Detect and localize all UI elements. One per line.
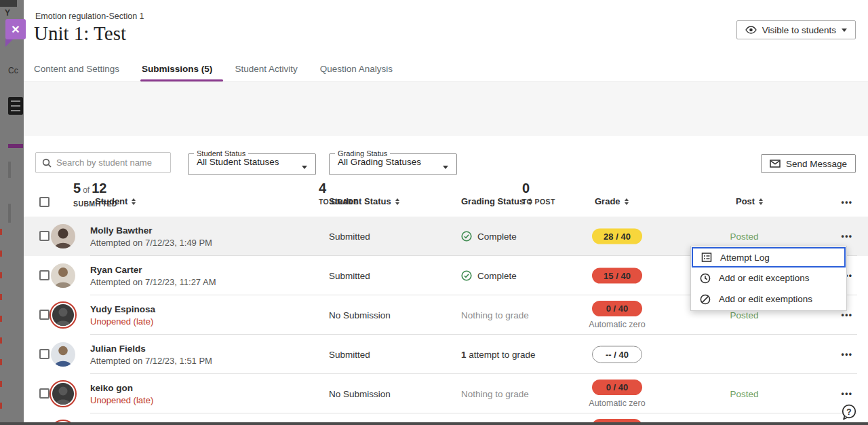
- dim-red-mark: [0, 272, 2, 278]
- grade-cell: 0 / 40 Automatic zero: [576, 380, 658, 408]
- screen-bottom-edge: [0, 422, 868, 425]
- student-status-cell: Submitted: [329, 232, 370, 242]
- dim-bar: [8, 204, 11, 223]
- student-name[interactable]: Yudy Espinosa: [90, 304, 155, 314]
- column-header-student-status[interactable]: Student Status: [329, 196, 399, 206]
- course-name: Emotion regulation-Section 1: [35, 12, 144, 21]
- grading-status-cell: Complete: [461, 231, 517, 242]
- dim-red-mark: [0, 229, 2, 235]
- student-status-cell: Submitted: [329, 350, 370, 360]
- grade-cell: 15 / 40: [576, 268, 658, 284]
- dimmed-background-page: Y Cc: [0, 0, 24, 425]
- student-status-filter[interactable]: Student Status All Student Statuses: [188, 149, 316, 175]
- prohibited-icon: [700, 294, 711, 305]
- post-status[interactable]: Posted: [712, 310, 776, 320]
- chevron-down-icon: [443, 166, 448, 169]
- row-overflow-menu[interactable]: •••: [835, 389, 859, 399]
- sort-icon: [528, 198, 532, 205]
- chevron-down-icon: [842, 29, 847, 32]
- clock-icon: [700, 273, 711, 284]
- post-status[interactable]: Posted: [712, 389, 776, 399]
- column-header-grade[interactable]: Grade: [595, 196, 629, 206]
- select-all-checkbox[interactable]: [39, 197, 50, 207]
- grading-status-cell: Nothing to grade: [461, 389, 529, 399]
- dim-red-mark: [0, 251, 2, 257]
- grade-pill[interactable]: 28 / 40: [592, 229, 642, 244]
- student-name[interactable]: keiko gon: [90, 383, 153, 393]
- menu-item-add-exceptions[interactable]: Add or edit exceptions: [692, 267, 846, 289]
- sort-icon: [759, 198, 763, 205]
- close-icon: ✕: [11, 23, 20, 36]
- student-status-filter-value: All Student Statuses: [189, 157, 315, 167]
- grade-pill[interactable]: -- / 40: [592, 346, 642, 363]
- close-panel-button[interactable]: ✕: [5, 19, 26, 39]
- grading-status-filter-value: All Grading Statuses: [330, 157, 456, 167]
- envelope-icon: [770, 160, 781, 168]
- student-name[interactable]: Julian Fields: [90, 344, 212, 354]
- help-question-icon: ?: [840, 403, 858, 421]
- dim-red-mark: [0, 359, 2, 365]
- close-button-tail: [5, 39, 13, 47]
- dim-bar: [8, 162, 11, 178]
- row-checkbox[interactable]: [39, 270, 50, 280]
- dim-purple-mark: [8, 144, 23, 148]
- column-header-post[interactable]: Post: [736, 196, 763, 206]
- post-status[interactable]: Posted: [712, 232, 776, 242]
- dim-text-fragment: Cc: [8, 66, 18, 75]
- row-checkbox[interactable]: [39, 310, 50, 320]
- row-overflow-menu[interactable]: •••: [835, 350, 859, 359]
- svg-text:?: ?: [846, 407, 851, 417]
- sort-icon: [395, 198, 399, 205]
- tab-question-analysis[interactable]: Question Analysis: [320, 61, 393, 81]
- column-header-student[interactable]: Student: [95, 196, 136, 206]
- table-overflow-menu[interactable]: •••: [835, 198, 859, 207]
- student-search: [35, 152, 171, 173]
- avatar: [51, 263, 75, 288]
- attempt-info: Attempted on 7/12/23, 11:27 AM: [90, 277, 216, 287]
- grade-note: Automatic zero: [576, 399, 658, 408]
- row-overflow-menu[interactable]: •••: [835, 232, 859, 241]
- row-checkbox[interactable]: [39, 349, 50, 359]
- dim-text-fragment: Y: [5, 8, 10, 18]
- grading-status-cell: Nothing to grade: [461, 310, 529, 320]
- tab-content-and-settings[interactable]: Content and Settings: [34, 61, 119, 81]
- tab-submissions[interactable]: Submissions (5): [142, 61, 212, 81]
- table-row: keiko gon Unopened (late) No Submission …: [24, 374, 868, 413]
- help-button[interactable]: ?: [840, 403, 858, 421]
- complete-check-icon: [461, 270, 472, 281]
- student-status-cell: No Submission: [329, 310, 391, 320]
- visibility-dropdown-button[interactable]: Visible to students: [736, 20, 856, 39]
- row-overflow-menu[interactable]: •••: [835, 310, 859, 320]
- search-input[interactable]: [56, 158, 164, 168]
- table-header: Student Student Status Grading Status Gr…: [24, 193, 868, 214]
- menu-item-attempt-log[interactable]: Attempt Log: [692, 247, 846, 267]
- dim-red-mark: [0, 337, 2, 344]
- grading-status-cell: 1 attempt to grade: [461, 350, 536, 360]
- column-header-grading-status[interactable]: Grading Status: [461, 196, 532, 206]
- page-title: Unit 1: Test: [34, 22, 126, 45]
- attempt-log-icon: [701, 252, 712, 263]
- chevron-down-icon: [302, 166, 307, 169]
- student-status-cell: Submitted: [329, 271, 370, 281]
- screen: Y Cc ✕ Emotion regulation-Section 1 Unit…: [0, 0, 868, 425]
- row-checkbox[interactable]: [39, 388, 50, 399]
- attempt-info: Unopened (late): [90, 395, 153, 405]
- grade-pill[interactable]: 0 / 40: [592, 301, 642, 316]
- menu-item-add-exemptions[interactable]: Add or edit exemptions: [692, 289, 846, 310]
- student-name[interactable]: Molly Bawther: [90, 225, 212, 236]
- sort-icon: [625, 198, 629, 205]
- avatar: [50, 301, 77, 329]
- tab-student-activity[interactable]: Student Activity: [235, 61, 297, 81]
- grade-pill[interactable]: 15 / 40: [592, 268, 642, 284]
- avatar: [51, 342, 75, 367]
- eye-icon: [745, 26, 757, 34]
- grade-pill[interactable]: 0 / 40: [592, 380, 642, 395]
- grade-cell: 0 / 40 Automatic zero: [576, 301, 658, 329]
- grading-status-filter[interactable]: Grading Status All Grading Statuses: [329, 149, 457, 175]
- attempt-info: Unopened (late): [90, 316, 155, 327]
- sort-icon: [132, 198, 136, 205]
- student-name[interactable]: Ryan Carter: [90, 265, 216, 275]
- avatar: [50, 380, 77, 407]
- send-message-button[interactable]: Send Message: [761, 154, 856, 173]
- row-checkbox[interactable]: [39, 231, 50, 241]
